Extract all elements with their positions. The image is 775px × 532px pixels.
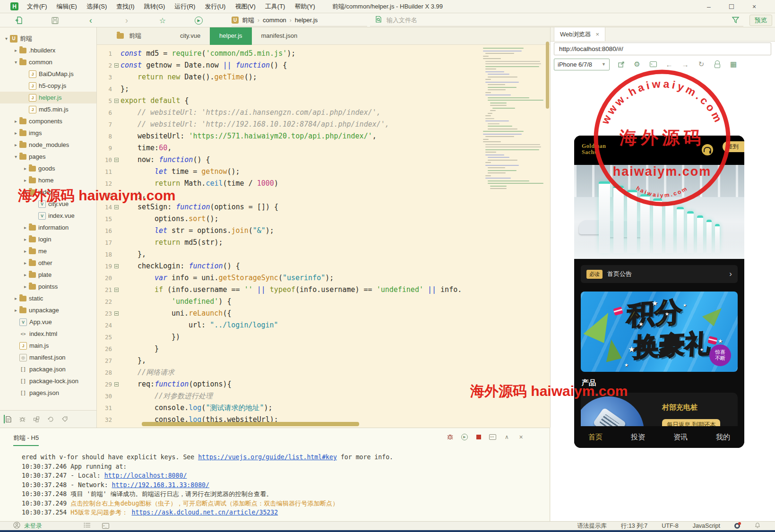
forward-icon[interactable]: › [122,16,131,25]
tree-item-plate[interactable]: ▸plate [0,269,96,281]
favorite-star-icon[interactable]: ☆ [158,16,167,25]
phone-nav-首页[interactable]: 首页 [588,433,603,442]
url-input[interactable] [554,43,771,55]
breadcrumb[interactable]: U 前端›common›helper.js [232,14,367,26]
tree-item-other[interactable]: ▸other [0,257,96,269]
horizontal-scrollbar[interactable] [142,422,359,426]
cursor-position[interactable]: 行:13 列:7 [621,522,647,530]
editor-tab-helper.js[interactable]: helper.js [210,27,251,45]
tree-item-common[interactable]: ▾common [0,56,96,68]
menu-item[interactable]: 发行(U) [200,0,230,13]
console-link[interactable]: https://vuejs.org/guide/list.html#key [198,454,337,461]
tree-item-package-json[interactable]: [ ]package.json [0,363,96,375]
tree-item-package-lock-json[interactable]: [ ]package-lock.json [0,375,96,387]
fold-icon[interactable] [112,378,121,390]
console-link[interactable]: http://localhost:8080/ [104,472,187,479]
minimize-button[interactable]: – [698,0,720,13]
breadcrumb-item[interactable]: common [263,17,286,24]
new-file-icon[interactable] [14,16,24,25]
vertical-scrollbar[interactable] [546,42,549,109]
menu-item[interactable]: 视图(V) [230,0,260,13]
syntax-library[interactable]: 语法提示库 [577,522,607,530]
fold-icon[interactable] [112,284,121,296]
file-search-input[interactable]: 输入文件名 [370,14,743,26]
tree-item-index-html[interactable]: <>index.html [0,328,96,340]
menu-item[interactable]: 跳转(G) [139,0,170,13]
login-status[interactable]: 未登录 [24,522,42,530]
phone-nav-资讯[interactable]: 资讯 [673,433,688,442]
editor-tab-manifest.json[interactable]: manifest.json [252,27,307,45]
menu-item[interactable]: 帮助(Y) [290,0,319,13]
tree-item-pages-json[interactable]: [ ]pages.json [0,387,96,399]
maximize-button[interactable]: ☐ [720,0,743,13]
browser-tab[interactable]: Web浏览器 × [554,27,605,41]
console-tab[interactable]: 前端 - H5 [13,434,39,446]
tree-item-App-vue[interactable]: VApp.vue [0,316,96,328]
stop-icon[interactable] [474,433,482,441]
debug-bug-icon[interactable] [446,433,454,441]
console-link[interactable]: http://192.168.31.33:8080/ [112,481,209,489]
menu-item[interactable]: 工具(T) [260,0,290,13]
tree-item-helper-js[interactable]: Jhelper.js [0,92,96,103]
close-panel-icon[interactable]: × [517,433,525,441]
files-panel-icon[interactable] [4,415,12,423]
tree-item-BaiDuMap-js[interactable]: JBaiDuMap.js [0,68,96,80]
tree-item-goods[interactable]: ▸goods [0,163,96,174]
browser-tab-close-icon[interactable]: × [596,31,600,38]
phone-nav-我的[interactable]: 我的 [716,433,730,442]
code-area[interactable]: 1const md5 = require('common/md5.min.js'… [97,45,544,428]
tree-item-static[interactable]: ▸static [0,292,96,304]
breadcrumb-item[interactable]: helper.js [295,17,318,24]
breadcrumb-item[interactable]: 前端 [242,16,254,25]
tree-item-node-modules[interactable]: ▸node_modules [0,139,96,151]
memory-donut-icon[interactable] [734,523,740,529]
fold-icon[interactable] [112,154,121,166]
tree-item-pages[interactable]: ▾pages [0,151,96,163]
encoding[interactable]: UTF-8 [662,523,678,529]
collapse-panel-icon[interactable]: ∧ [503,433,511,441]
extensions-panel-icon[interactable] [32,415,41,423]
tree-item-information[interactable]: ▸information [0,222,96,233]
fold-icon[interactable] [112,95,121,107]
tree-item---[interactable]: ▾U前端 [0,33,96,44]
spider-debug-panel-icon[interactable] [18,415,26,423]
console-link[interactable]: https://ask.dcloud.net.cn/article/35232 [132,509,278,516]
fold-icon[interactable] [112,308,121,319]
fold-icon[interactable] [112,260,121,272]
tree-item-me[interactable]: ▸me [0,245,96,257]
tree-item-index-vue[interactable]: Vindex.vue [0,210,96,222]
history-panel-icon[interactable] [46,415,55,423]
tree-item--hbuilderx[interactable]: ▸.hbuilderx [0,44,96,56]
bookmark-panel-icon[interactable] [60,415,69,423]
tree-item-home[interactable]: ▸home [0,174,96,186]
tree-item-imgs[interactable]: ▸imgs [0,127,96,139]
tree-item-md5-min-js[interactable]: Jmd5.min.js [0,103,96,115]
console-window-icon[interactable]: >+ [489,433,497,441]
menu-item[interactable]: 文件(F) [22,0,52,13]
notice-bar[interactable]: 必读 首页公告 › [581,265,738,283]
run-icon[interactable]: ▶ [194,16,203,25]
tree-item-manifest-json[interactable]: ◎manifest.json [0,352,96,363]
preview-button[interactable]: 预览 [749,15,772,26]
run-log-icon[interactable]: ▶ [460,433,468,441]
code-editor[interactable]: 前端 city.vuehelper.jsmanifest.json 1const… [97,27,551,428]
filter-funnel-icon[interactable] [732,16,740,26]
menu-item[interactable]: 选择(S) [82,0,112,13]
save-icon[interactable] [50,16,60,25]
close-button[interactable]: × [743,0,766,13]
menu-item[interactable]: 编辑(E) [52,0,82,13]
back-icon[interactable]: ‹ [86,16,95,25]
editor-tab-city.vue[interactable]: city.vue [171,27,210,45]
tree-item-main-js[interactable]: Jmain.js [0,340,96,352]
tree-item-pointss[interactable]: ▸pointss [0,281,96,292]
terminal-icon[interactable]: >_ [102,523,109,529]
menu-item[interactable]: 运行(R) [170,0,200,13]
phone-nav-投资[interactable]: 投资 [631,433,645,442]
fold-icon[interactable] [112,60,121,71]
tree-item-h5-copy-js[interactable]: Jh5-copy.js [0,80,96,92]
outline-list-icon[interactable] [84,522,91,530]
tree-item-components[interactable]: ▸components [0,115,96,127]
menu-item[interactable]: 查找(I) [112,0,139,13]
minimap[interactable] [483,48,543,191]
notification-bell-icon[interactable] [754,522,761,530]
